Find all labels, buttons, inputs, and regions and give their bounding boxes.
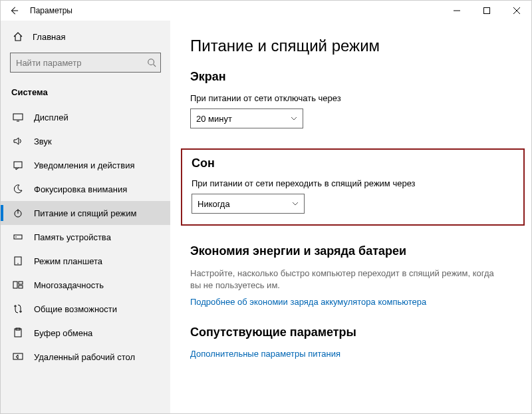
search-input-container[interactable] — [10, 53, 161, 73]
window-title: Параметры — [30, 6, 72, 15]
sidebar-item-label: Дисплей — [34, 112, 68, 122]
chevron-down-icon — [292, 202, 299, 206]
sidebar-item-label: Общие возможности — [34, 304, 117, 314]
additional-power-link[interactable]: Дополнительные параметры питания — [190, 349, 340, 359]
titlebar: Параметры — [1, 1, 531, 21]
arrow-left-icon — [9, 6, 19, 15]
sidebar-item-sound[interactable]: Звук — [1, 129, 170, 153]
search-icon — [147, 58, 156, 67]
sidebar-item-label: Фокусировка внимания — [34, 184, 127, 194]
svg-rect-5 — [14, 235, 22, 239]
maximize-icon — [483, 7, 490, 14]
close-button[interactable] — [501, 1, 531, 21]
sleep-dropdown[interactable]: Никогда — [192, 194, 305, 214]
sleep-section-title: Сон — [192, 156, 514, 170]
screen-section-title: Экран — [190, 70, 505, 84]
home-label: Главная — [33, 32, 65, 42]
display-icon — [13, 112, 23, 122]
svg-point-8 — [17, 263, 18, 264]
related-section-title: Сопутствующие параметры — [190, 325, 505, 339]
minimize-button[interactable] — [442, 1, 471, 21]
sidebar-item-clipboard[interactable]: Буфер обмена — [1, 321, 170, 345]
screen-off-label: При питании от сети отключать через — [190, 93, 505, 103]
sidebar-item-display[interactable]: Дисплей — [1, 105, 170, 129]
sound-icon — [13, 136, 23, 146]
sidebar-item-tablet-mode[interactable]: Режим планшета — [1, 249, 170, 273]
clipboard-icon — [13, 327, 23, 338]
svg-rect-10 — [19, 282, 23, 284]
close-icon — [513, 7, 520, 14]
sidebar-item-power-sleep[interactable]: Питание и спящий режим — [1, 201, 170, 225]
svg-rect-2 — [13, 114, 23, 120]
power-icon — [13, 208, 23, 218]
battery-description: Настройте, насколько быстро компьютер пе… — [190, 268, 505, 292]
sleep-highlight-box: Сон При питании от сети переходить в спя… — [181, 148, 525, 226]
sidebar-item-storage[interactable]: Память устройства — [1, 225, 170, 249]
notifications-icon — [13, 160, 23, 170]
svg-rect-0 — [483, 8, 489, 14]
screen-off-dropdown[interactable]: 20 минут — [190, 108, 303, 128]
sidebar-item-focus-assist[interactable]: Фокусировка внимания — [1, 177, 170, 201]
storage-icon — [13, 232, 23, 242]
remote-desktop-icon — [13, 351, 23, 362]
sidebar-item-label: Режим планшета — [34, 256, 102, 266]
sleep-label: При питании от сети переходить в спящий … — [192, 178, 514, 188]
minimize-icon — [454, 7, 460, 14]
shared-icon — [13, 304, 23, 314]
search-input[interactable] — [16, 58, 147, 68]
sidebar-nav: Дисплей Звук Уведомления и действия Фоку… — [1, 105, 170, 369]
sidebar: Главная Система Дисплей Звук — [1, 21, 170, 413]
chevron-down-icon — [291, 116, 297, 120]
svg-rect-11 — [19, 286, 23, 288]
sidebar-item-shared-experiences[interactable]: Общие возможности — [1, 297, 170, 321]
sidebar-item-label: Удаленный рабочий стол — [34, 352, 135, 362]
sleep-value: Никогда — [198, 199, 230, 209]
sidebar-item-remote-desktop[interactable]: Удаленный рабочий стол — [1, 345, 170, 369]
maximize-button[interactable] — [471, 1, 501, 21]
sidebar-item-label: Память устройства — [34, 232, 111, 242]
svg-rect-3 — [14, 162, 22, 168]
battery-section-title: Экономия энергии и заряда батареи — [190, 244, 505, 258]
page-title: Питание и спящий режим — [190, 37, 505, 55]
svg-rect-9 — [13, 282, 17, 288]
sidebar-item-label: Питание и спящий режим — [34, 208, 136, 218]
sidebar-item-notifications[interactable]: Уведомления и действия — [1, 153, 170, 177]
sidebar-item-label: Звук — [34, 136, 52, 146]
back-button[interactable] — [6, 3, 22, 19]
sidebar-item-label: Уведомления и действия — [34, 160, 135, 170]
screen-off-value: 20 минут — [196, 114, 232, 124]
battery-learn-more-link[interactable]: Подробнее об экономии заряда аккумулятор… — [190, 297, 426, 307]
svg-point-6 — [15, 236, 17, 238]
moon-icon — [13, 184, 23, 194]
main-content: Питание и спящий режим Экран При питании… — [170, 21, 531, 413]
sidebar-item-label: Многозадачность — [34, 280, 104, 290]
multitasking-icon — [13, 280, 23, 290]
sidebar-item-multitasking[interactable]: Многозадачность — [1, 273, 170, 297]
sidebar-item-label: Буфер обмена — [34, 328, 92, 338]
sidebar-section-title: Система — [1, 82, 170, 105]
home-icon — [13, 31, 23, 42]
home-button[interactable]: Главная — [1, 26, 170, 47]
svg-point-1 — [148, 59, 154, 65]
tablet-icon — [13, 256, 23, 266]
